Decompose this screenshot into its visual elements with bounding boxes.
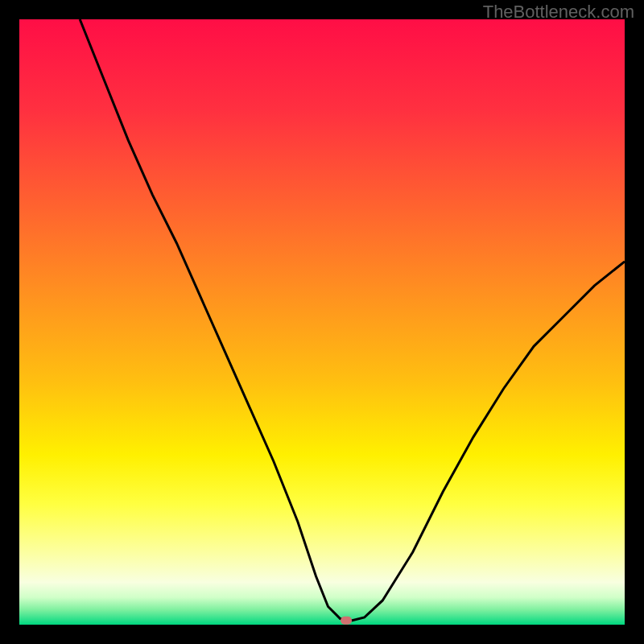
plot-area <box>19 19 625 625</box>
operating-point-marker <box>341 617 352 625</box>
watermark-text: TheBottleneck.com <box>483 2 634 23</box>
chart-root: TheBottleneck.com <box>0 0 644 644</box>
chart-svg <box>19 19 625 625</box>
gradient-background <box>19 19 625 625</box>
